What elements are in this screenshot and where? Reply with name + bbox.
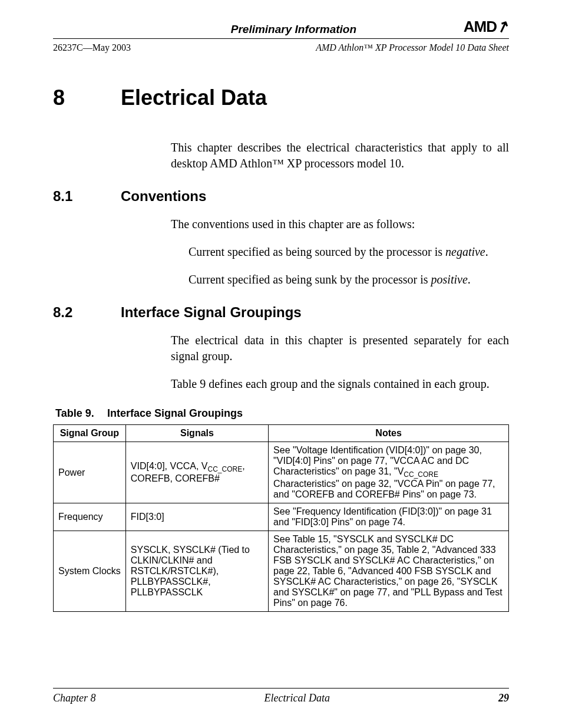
table-row: Power VID[4:0], VCCA, VCC_CORE, COREFB, …	[54, 442, 509, 503]
footer-page-number: 29	[498, 692, 509, 704]
section-title: Interface Signal Groupings	[121, 304, 302, 320]
groupings-p2: Table 9 defines each group and the signa…	[171, 376, 509, 392]
col-signals: Signals	[125, 425, 268, 442]
amd-logo: AMD↗	[464, 18, 509, 36]
cell-group: Frequency	[54, 503, 126, 531]
convention-item-positive: Current specified as being sunk by the p…	[189, 272, 509, 288]
page-header: Preliminary Information AMD↗	[53, 18, 509, 39]
conventions-intro: The conventions used in this chapter are…	[171, 216, 509, 232]
chapter-number: 8	[53, 85, 121, 110]
table-row: System Clocks SYSCLK, SYSCLK# (Tied to C…	[54, 531, 509, 612]
sub-header: 26237C—May 2003 AMD Athlon™ XP Processor…	[53, 42, 509, 53]
page-footer: Chapter 8 Electrical Data 29	[53, 688, 509, 704]
cell-notes: See "Voltage Identification (VID[4:0])" …	[269, 442, 509, 503]
section-interface-groupings: 8.2Interface Signal Groupings	[53, 304, 509, 321]
doc-title: AMD Athlon™ XP Processor Model 10 Data S…	[316, 42, 509, 53]
groupings-p1: The electrical data in this chapter is p…	[171, 332, 509, 364]
cell-group: Power	[54, 442, 126, 503]
section-number: 8.2	[53, 304, 121, 321]
cell-signals: FID[3:0]	[125, 503, 268, 531]
cell-notes: See "Frequency Identification (FID[3:0])…	[269, 503, 509, 531]
section-conventions: 8.1Conventions	[53, 188, 509, 205]
table-header-row: Signal Group Signals Notes	[54, 425, 509, 442]
signal-groupings-table: Signal Group Signals Notes Power VID[4:0…	[53, 424, 509, 612]
footer-chapter: Chapter 8	[53, 692, 96, 704]
col-notes: Notes	[269, 425, 509, 442]
table-title: Interface Signal Groupings	[107, 407, 243, 419]
chapter-intro: This chapter describes the electrical ch…	[171, 140, 509, 172]
cell-signals: VID[4:0], VCCA, VCC_CORE, COREFB, COREFB…	[125, 442, 268, 503]
section-title: Conventions	[121, 188, 206, 204]
doc-id: 26237C—May 2003	[53, 42, 131, 53]
col-signal-group: Signal Group	[54, 425, 126, 442]
section-number: 8.1	[53, 188, 121, 205]
cell-group: System Clocks	[54, 531, 126, 612]
footer-title: Electrical Data	[265, 692, 330, 704]
convention-item-negative: Current specified as being sourced by th…	[189, 244, 509, 260]
preliminary-label: Preliminary Information	[124, 23, 464, 36]
table-label: Table 9.	[55, 407, 107, 420]
table-caption: Table 9.Interface Signal Groupings	[55, 407, 509, 420]
chapter-title: 8Electrical Data	[53, 85, 509, 110]
table-row: Frequency FID[3:0] See "Frequency Identi…	[54, 503, 509, 531]
cell-notes: See Table 15, "SYSCLK and SYSCLK# DC Cha…	[269, 531, 509, 612]
chapter-name: Electrical Data	[121, 85, 267, 110]
cell-signals: SYSCLK, SYSCLK# (Tied to CLKIN/CLKIN# an…	[125, 531, 268, 612]
